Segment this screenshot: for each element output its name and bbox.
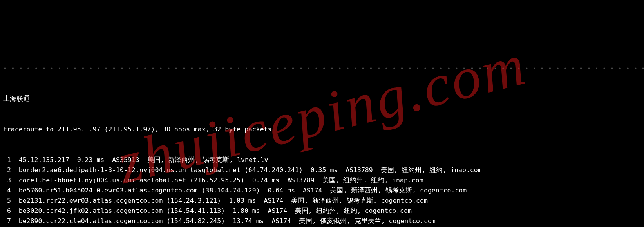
hop-detail: 45.12.135.217 0.23 ms AS35913 美国, 新泽西州, … <box>19 156 268 163</box>
hop-detail: be5760.nr51.b045024-0.ewr03.atlas.cogent… <box>19 187 467 194</box>
hop-number: 4 <box>3 185 11 196</box>
traceroute-hop-row: 4be5760.nr51.b045024-0.ewr03.atlas.cogen… <box>3 185 641 196</box>
traceroute-hop-row: 5be2131.rcr22.ewr03.atlas.cogentco.com (… <box>3 196 641 206</box>
terminal-output: - - - - - - - - - - - - - - - - - - - - … <box>3 42 641 227</box>
hop-detail: be3020.ccr42.jfk02.atlas.cogentco.com (1… <box>19 207 412 214</box>
traceroute-header: traceroute to 211.95.1.97 (211.95.1.97),… <box>3 124 641 134</box>
hop-detail: border2.ae6.dedipath-1-3-10-12.nyj004.us… <box>19 166 482 174</box>
hop-number: 1 <box>3 155 11 165</box>
traceroute-hop-row: 6be3020.ccr42.jfk02.atlas.cogentco.com (… <box>3 206 641 216</box>
hop-detail: be2131.rcr22.ewr03.atlas.cogentco.com (1… <box>19 197 428 204</box>
separator-line: - - - - - - - - - - - - - - - - - - - - … <box>3 63 641 73</box>
hop-detail: be2890.ccr22.cle04.atlas.cogentco.com (1… <box>19 217 436 225</box>
hop-number: 6 <box>3 206 11 216</box>
traceroute-hop-row: 7be2890.ccr22.cle04.atlas.cogentco.com (… <box>3 216 641 226</box>
title-line: 上海联通 <box>3 94 641 104</box>
hop-number: 5 <box>3 196 11 206</box>
traceroute-hops: 145.12.135.217 0.23 ms AS35913 美国, 新泽西州,… <box>3 155 641 227</box>
hop-number: 2 <box>3 165 11 175</box>
hop-number: 3 <box>3 175 11 185</box>
hop-detail: core1.be1-bbnet1.nyj004.us.unitasglobal.… <box>19 176 423 184</box>
traceroute-hop-row: 3core1.be1-bbnet1.nyj004.us.unitasglobal… <box>3 175 641 185</box>
traceroute-hop-row: 2border2.ae6.dedipath-1-3-10-12.nyj004.u… <box>3 165 641 175</box>
traceroute-hop-row: 145.12.135.217 0.23 ms AS35913 美国, 新泽西州,… <box>3 155 641 165</box>
hop-number: 7 <box>3 216 11 226</box>
